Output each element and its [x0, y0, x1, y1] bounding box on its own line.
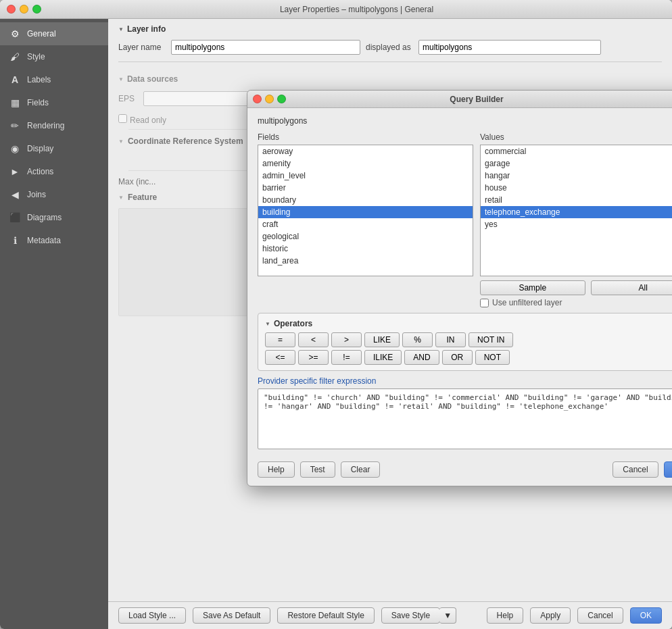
sidebar-item-diagrams[interactable]: ⬛ Diagrams [0, 206, 108, 229]
op-gte[interactable]: >= [298, 350, 329, 365]
maximize-button[interactable] [32, 5, 41, 14]
layer-name-input[interactable] [171, 40, 360, 55]
op-not-in[interactable]: NOT IN [469, 332, 513, 347]
use-unfiltered-checkbox[interactable] [480, 299, 489, 307]
op-in[interactable]: IN [435, 332, 466, 347]
operators-header: ▼ Operators [265, 319, 672, 328]
rendering-icon: ✏ [8, 119, 22, 132]
dialog-min-btn[interactable] [265, 95, 274, 103]
sidebar-item-display[interactable]: ◉ Display [0, 137, 108, 160]
dialog-cancel-button[interactable]: Cancel [613, 461, 658, 478]
apply-button[interactable]: Apply [530, 607, 571, 624]
help-button[interactable]: Help [258, 461, 295, 478]
op-like[interactable]: LIKE [364, 332, 400, 347]
sidebar-item-general[interactable]: ⚙ General [0, 22, 108, 45]
op-neq[interactable]: != [331, 350, 362, 365]
list-item[interactable]: amenity [258, 157, 473, 170]
layer-name-row: Layer name displayed as [108, 37, 672, 57]
dialog-close-btn[interactable] [253, 95, 262, 103]
use-unfiltered-label: Use unfiltered layer [492, 298, 562, 307]
operators-grid: = < > LIKE % IN NOT IN <= [265, 332, 672, 365]
clear-button[interactable]: Clear [341, 461, 381, 478]
value-item-retail[interactable]: retail [481, 194, 672, 206]
sidebar-item-fields[interactable]: ▦ Fields [0, 91, 108, 114]
filter-textarea[interactable]: "building" != 'church' AND "building" !=… [258, 388, 672, 449]
display-as-input[interactable] [418, 40, 601, 55]
list-item[interactable]: aeroway [258, 145, 473, 157]
sidebar-item-metadata[interactable]: ℹ Metadata [0, 229, 108, 252]
general-icon: ⚙ [8, 27, 22, 41]
value-item-telephone[interactable]: telephone_exchange [481, 206, 672, 218]
value-item-hangar[interactable]: hangar [481, 170, 672, 182]
op-lte[interactable]: <= [265, 350, 295, 365]
use-unfiltered-row: Use unfiltered layer [480, 298, 672, 307]
sidebar-label-labels: Labels [27, 75, 51, 84]
save-style-dropdown[interactable]: ▼ [439, 607, 456, 624]
metadata-icon: ℹ [8, 234, 22, 247]
all-button[interactable]: All [591, 280, 673, 295]
sidebar-item-rendering[interactable]: ✏ Rendering [0, 114, 108, 137]
save-as-default-button[interactable]: Save As Default [193, 607, 270, 624]
ok-bottom-button[interactable]: OK [630, 607, 662, 624]
test-button[interactable]: Test [300, 461, 335, 478]
title-bar: Layer Properties – multipolygons | Gener… [0, 0, 672, 19]
op-or[interactable]: OR [442, 350, 473, 365]
sample-button[interactable]: Sample [480, 280, 585, 295]
value-item-garage[interactable]: garage [481, 157, 672, 170]
save-style-button[interactable]: Save Style [381, 607, 440, 624]
op-percent[interactable]: % [402, 332, 433, 347]
value-item-yes[interactable]: yes [481, 218, 672, 230]
dialog-ok-button[interactable]: OK [664, 461, 672, 478]
close-button[interactable] [7, 5, 16, 14]
sidebar-label-metadata: Metadata [27, 236, 61, 245]
layer-name-label: Layer name [118, 43, 166, 52]
dialog-max-btn[interactable] [277, 95, 286, 103]
query-builder-dialog: Query Builder multipolygons Fields aerow… [247, 90, 672, 486]
sidebar-label-display: Display [27, 144, 53, 153]
list-item[interactable]: boundary [258, 194, 473, 206]
fields-listbox[interactable]: aeroway amenity admin_level barrier boun… [258, 145, 473, 276]
data-section: ▼ Data sources [118, 69, 662, 87]
dialog-bottom-bar: Help Test Clear Cancel OK [247, 456, 672, 486]
load-style-button[interactable]: Load Style ... [118, 607, 186, 624]
fields-values-row: Fields aeroway amenity admin_level barri… [258, 132, 672, 307]
list-item[interactable]: historic [258, 243, 473, 255]
displayed-as-label: displayed as [366, 43, 413, 52]
fields-icon: ▦ [8, 96, 22, 109]
sidebar-item-actions[interactable]: ► Actions [0, 160, 108, 183]
joins-icon: ◀ [8, 188, 22, 201]
operators-label: Operators [274, 319, 312, 328]
restore-default-button[interactable]: Restore Default Style [277, 607, 374, 624]
operators-section: ▼ Operators = < > LIKE % IN [258, 313, 672, 371]
op-ilike[interactable]: ILIKE [364, 350, 402, 365]
actions-icon: ► [8, 165, 22, 178]
list-item[interactable]: admin_level [258, 170, 473, 182]
operators-row-2: <= >= != ILIKE AND OR NOT [265, 350, 672, 365]
op-not[interactable]: NOT [475, 350, 510, 365]
sidebar-item-joins[interactable]: ◀ Joins [0, 183, 108, 206]
list-item[interactable]: barrier [258, 182, 473, 194]
list-item[interactable]: land_area [258, 255, 473, 267]
values-listbox[interactable]: commercial garage hangar house retail te… [480, 145, 672, 276]
sidebar-item-style[interactable]: 🖌 Style [0, 45, 108, 68]
list-item-building[interactable]: building [258, 206, 473, 218]
list-item[interactable]: geological [258, 230, 473, 243]
cancel-bottom-button[interactable]: Cancel [577, 607, 623, 624]
op-gt[interactable]: > [331, 332, 362, 347]
operators-row-1: = < > LIKE % IN NOT IN [265, 332, 672, 347]
help-bottom-button[interactable]: Help [487, 607, 524, 624]
sidebar-item-labels[interactable]: A Labels [0, 68, 108, 91]
op-and[interactable]: AND [404, 350, 439, 365]
fields-label: Fields [258, 132, 473, 142]
sidebar-label-diagrams: Diagrams [27, 213, 62, 222]
main-bottom-bar: Load Style ... Save As Default Restore D… [108, 601, 672, 629]
value-item-house[interactable]: house [481, 182, 672, 194]
dialog-layer-name: multipolygons [258, 115, 672, 127]
value-item-commercial[interactable]: commercial [481, 145, 672, 157]
op-eq[interactable]: = [265, 332, 295, 347]
minimize-button[interactable] [20, 5, 28, 14]
op-lt[interactable]: < [298, 332, 329, 347]
list-item[interactable]: craft [258, 218, 473, 230]
main-content: ▼ Layer info Layer name displayed as ▼ D… [108, 19, 672, 629]
layer-info-label: Layer info [127, 24, 166, 34]
